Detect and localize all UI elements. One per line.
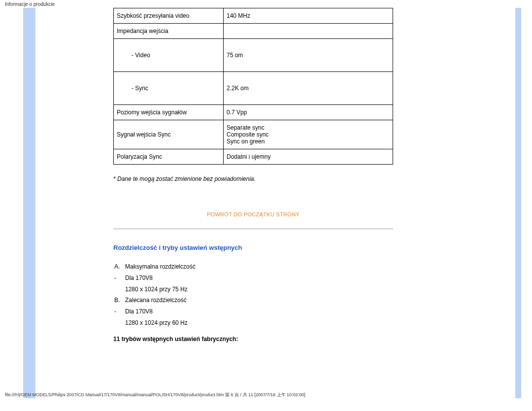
spec-label: Szybkość przesyłania video (114, 8, 224, 24)
resolution-list: A.Maksymalna rozdzielczość-Dla 170V81280… (114, 261, 393, 329)
table-row: Szybkość przesyłania video140 MHz (114, 8, 393, 24)
table-row: - Sync2.2K om (114, 72, 393, 105)
spec-value: 0.7 Vpp (224, 105, 393, 120)
list-item: 1280 x 1024 przy 75 Hz (114, 284, 393, 295)
table-row: Impedancja wejścia (114, 24, 393, 39)
list-item: A.Maksymalna rozdzielczość (114, 261, 393, 273)
list-bullet: - (114, 306, 125, 317)
page: Szybkość przesyłania video140 MHzImpedan… (0, 8, 532, 398)
footer-path: file:///H|/OEM MODELS/Philips 2007/CD Ma… (5, 392, 305, 398)
list-item: 1280 x 1024 przy 60 Hz (114, 317, 393, 329)
spec-label: Impedancja wejścia (114, 24, 224, 39)
separator (113, 229, 393, 229)
table-row: - Video75 om (114, 39, 393, 72)
spec-value: 75 om (224, 39, 393, 72)
list-bullet: B. (114, 295, 125, 306)
list-text: 1280 x 1024 przy 60 Hz (125, 317, 188, 329)
list-bullet (114, 317, 125, 329)
table-row: Poziomy wejścia sygnałów0.7 Vpp (114, 105, 393, 120)
spec-label: Poziomy wejścia sygnałów (114, 105, 224, 120)
list-bullet: - (114, 273, 125, 284)
list-text: Dla 170V8 (125, 306, 153, 317)
spec-label: - Sync (114, 72, 224, 105)
content-area: Szybkość przesyłania video140 MHzImpedan… (113, 8, 393, 342)
spec-value (224, 24, 393, 39)
spec-label: - Video (114, 39, 224, 72)
list-item: -Dla 170V8 (114, 273, 393, 284)
list-text: Dla 170V8 (125, 273, 153, 284)
list-bullet: A. (114, 261, 125, 273)
table-row: Polaryzacja SyncDodatni i ujemny (114, 149, 393, 165)
list-item: B.Zalecana rozdzielczość (114, 295, 393, 306)
right-stripe (515, 8, 521, 398)
back-to-top-link[interactable]: POWRÓT DO POCZĄTKU STRONY (207, 211, 299, 217)
spec-label: Polaryzacja Sync (114, 149, 224, 165)
list-text: Zalecana rozdzielczość (125, 295, 187, 306)
spec-label: Sygnał wejścia Sync (114, 120, 224, 149)
section-title: Rozdzielczość i tryby ustawień wstępnych (113, 244, 393, 251)
modes-subtitle: 11 trybów wstępnych ustawień fabrycznych… (113, 336, 393, 342)
spec-table: Szybkość przesyłania video140 MHzImpedan… (113, 8, 393, 165)
list-text: 1280 x 1024 przy 75 Hz (125, 284, 188, 295)
spec-value: Dodatni i ujemny (224, 149, 393, 165)
disclaimer-note: * Dane te mogą zostać zmienione bez powi… (113, 175, 393, 182)
list-bullet (114, 284, 125, 295)
left-stripe (23, 8, 35, 398)
page-header: Informacje o produkcie (0, 0, 532, 8)
list-text: Maksymalna rozdzielczość (125, 261, 196, 273)
spec-value: 2.2K om (224, 72, 393, 105)
table-row: Sygnał wejścia SyncSeparate syncComposit… (114, 120, 393, 149)
spec-value: 140 MHz (224, 8, 393, 24)
list-item: -Dla 170V8 (114, 306, 393, 317)
spec-value: Separate syncComposite syncSync on green (224, 120, 393, 149)
